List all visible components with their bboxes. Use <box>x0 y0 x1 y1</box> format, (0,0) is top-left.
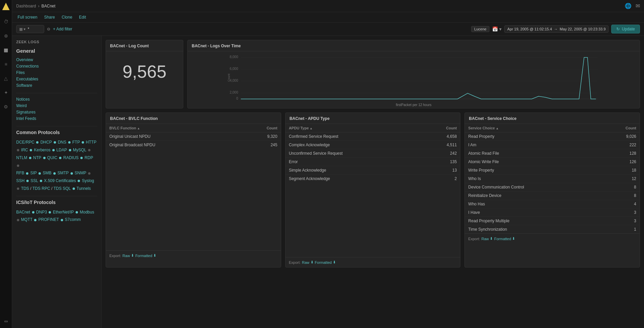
breadcrumb: Dashboard › BACnet <box>16 4 55 8</box>
nav-signatures[interactable]: Signatures <box>16 109 97 115</box>
table-row: Confirmed Service Request 4,658 <box>286 132 460 141</box>
proto-smtp[interactable]: SMTP <box>57 171 69 175</box>
nav-intel-feeds[interactable]: Intel Feeds <box>16 116 97 121</box>
service-choice-cell: I Have <box>465 208 601 217</box>
proto-dnp3[interactable]: DNP3 <box>36 210 47 215</box>
left-nav-title: Zeek Logs <box>16 40 97 44</box>
apdu-count-cell: 13 <box>421 166 460 175</box>
query-dropdown-icon[interactable]: ▦ ▾ <box>19 27 26 31</box>
proto-ntp[interactable]: NTP <box>33 155 41 160</box>
proto-ntlm[interactable]: NTLM <box>16 155 27 160</box>
apdu-title: BACnet - APDU Type <box>286 113 460 124</box>
proto-snmp[interactable]: SNMP <box>75 171 86 175</box>
share-button[interactable]: Share <box>43 14 56 20</box>
proto-dns[interactable]: DNS <box>58 140 66 145</box>
add-filter-button[interactable]: + Add filter <box>53 27 72 31</box>
proto-ldap[interactable]: LDAP <box>56 148 67 152</box>
time-chart: 8,000 6,000 4,000 2,000 0 Count <box>192 54 636 101</box>
proto-ssh[interactable]: SSH <box>16 178 25 183</box>
date-range[interactable]: Apr 19, 2005 @ 11:02:15.4 → May 22, 2005… <box>504 25 609 33</box>
mail-icon[interactable]: ✉ <box>636 3 640 9</box>
expand-icon[interactable]: ⇔ <box>2 317 10 325</box>
nav-software[interactable]: Software <box>16 83 97 88</box>
query-input-area[interactable]: ▦ ▾ <box>16 25 44 33</box>
proto-syslog[interactable]: Syslog <box>82 178 94 183</box>
proto-s7comm[interactable]: S7comm <box>65 217 81 222</box>
table-row: Complex Acknowledge 4,511 <box>286 141 460 149</box>
proto-x509[interactable]: X.509 Certificates <box>44 178 76 183</box>
table-icon[interactable]: ≡ <box>2 60 10 68</box>
nav-overview[interactable]: Overview <box>16 57 97 62</box>
service-count-cell: 3 <box>601 217 640 225</box>
service-raw-link[interactable]: Raw ⬇ <box>481 236 493 241</box>
fullscreen-button[interactable]: Full screen <box>16 14 39 20</box>
gear-icon[interactable]: ⚙ <box>2 103 10 111</box>
search-icon[interactable]: ⊕ <box>2 32 10 40</box>
globe-icon[interactable]: 🌐 <box>625 3 632 9</box>
clock-icon[interactable]: ⏱ <box>2 18 10 26</box>
app-logo[interactable] <box>2 3 10 10</box>
proto-bacnet[interactable]: BACnet <box>16 210 30 215</box>
service-export-label: Export: <box>468 237 480 241</box>
proto-modbus[interactable]: Modbus <box>80 210 94 215</box>
proto-rdp[interactable]: RDP <box>85 155 93 160</box>
service-col-service[interactable]: Service Choice <box>465 124 601 132</box>
bvlc-col-function[interactable]: BVLC Function <box>106 124 237 132</box>
apdu-col-type[interactable]: APDU Type <box>286 124 421 132</box>
chart-icon[interactable]: ▦ <box>2 46 10 54</box>
proto-dhcp[interactable]: DHCP <box>41 140 52 145</box>
service-count-cell: 126 <box>601 158 640 166</box>
proto-profinet[interactable]: PROFINET <box>38 217 59 222</box>
bvlc-raw-link[interactable]: Raw ⬇ <box>123 253 134 258</box>
star-icon[interactable]: ✦ <box>2 89 10 97</box>
proto-tunnels[interactable]: Tunnels <box>77 186 91 191</box>
topbar: Dashboard › BACnet 🌐 ✉ <box>12 0 644 12</box>
proto-tdssql[interactable]: TDS SQL <box>53 186 71 191</box>
proto-quic[interactable]: QUIC <box>47 155 57 160</box>
service-formatted-link[interactable]: Formatted ⬇ <box>494 236 515 241</box>
update-button[interactable]: ↻ Update <box>611 25 640 33</box>
filter-bar: ⊖ + Add filter <box>47 27 468 31</box>
proto-ssl[interactable]: SSL <box>30 178 38 183</box>
bvlc-table: BVLC Function Count Original Unicast NPD… <box>106 124 281 149</box>
service-choice-cell: Device Communication Control <box>465 183 601 192</box>
proto-mysql[interactable]: MySQL <box>73 148 86 152</box>
nav-executables[interactable]: Executables <box>16 76 97 82</box>
proto-tds[interactable]: TDS <box>21 186 29 191</box>
proto-smb[interactable]: SMB <box>43 171 52 175</box>
service-col-count[interactable]: Count <box>601 124 640 132</box>
nav-files[interactable]: Files <box>16 70 97 75</box>
apdu-col-count[interactable]: Count <box>421 124 460 132</box>
proto-http[interactable]: HTTP <box>86 140 96 145</box>
breadcrumb-dashboard[interactable]: Dashboard <box>16 4 36 8</box>
bvlc-col-count[interactable]: Count <box>237 124 281 132</box>
proto-sip[interactable]: SIP <box>30 171 37 175</box>
proto-ethernetip[interactable]: EtherNet/IP <box>53 210 74 215</box>
lucene-badge[interactable]: Lucene <box>471 26 489 32</box>
alert-icon[interactable]: △ <box>2 74 10 82</box>
query-input[interactable] <box>28 27 41 31</box>
nav-weird[interactable]: Weird <box>16 103 97 108</box>
proto-kerberos[interactable]: Kerberos <box>34 148 51 152</box>
nav-notices[interactable]: Notices <box>16 97 97 102</box>
proto-ftp[interactable]: FTP <box>72 140 80 145</box>
proto-irc[interactable]: IRC <box>21 148 28 152</box>
apdu-type-cell: Simple Acknowledge <box>286 166 421 175</box>
proto-tdsrpc[interactable]: TDS RPC <box>32 186 50 191</box>
query-right: Lucene 📅 ▾ Apr 19, 2005 @ 11:02:15.4 → M… <box>471 25 640 33</box>
bvlc-count-cell: 245 <box>237 141 281 149</box>
apdu-type-cell: Error <box>286 158 421 166</box>
service-choice-cell: Who Is <box>465 175 601 183</box>
clone-button[interactable]: Clone <box>60 14 74 20</box>
edit-button[interactable]: Edit <box>78 14 87 20</box>
proto-mqtt[interactable]: MQTT <box>21 217 32 222</box>
proto-rfb[interactable]: RFB <box>16 171 24 175</box>
apdu-raw-link[interactable]: Raw ⬇ <box>302 260 314 264</box>
apdu-formatted-link[interactable]: Formatted ⬇ <box>315 260 336 264</box>
proto-dcerpc[interactable]: DCE/RPC <box>16 140 34 145</box>
service-choice-panel: BACnet - Service Choice Service Choice C… <box>464 112 640 268</box>
calendar-icon[interactable]: 📅 ▾ <box>492 26 502 32</box>
proto-radius[interactable]: RADIUS <box>63 155 79 160</box>
nav-connections[interactable]: Connections <box>16 64 97 69</box>
bvlc-formatted-link[interactable]: Formatted ⬇ <box>135 253 156 258</box>
